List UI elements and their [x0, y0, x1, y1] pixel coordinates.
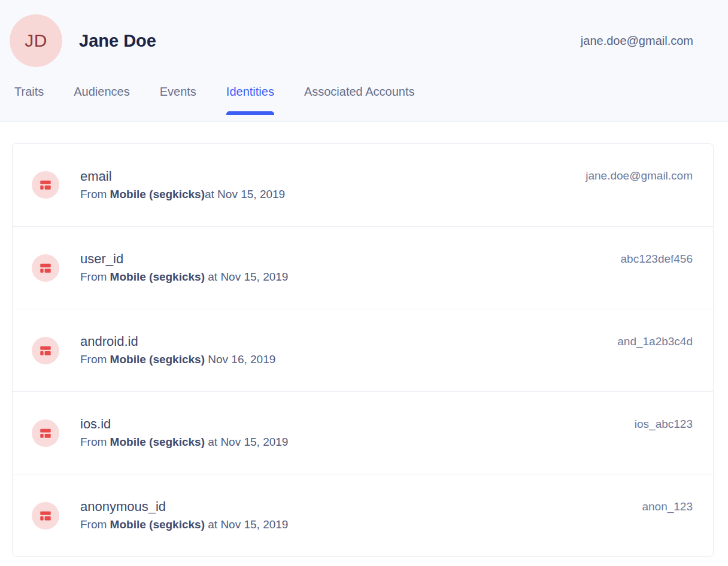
- identity-source-line: From Mobile (segkicks)at Nov 15, 2019: [80, 187, 285, 202]
- tab-traits[interactable]: Traits: [14, 85, 44, 115]
- tab-label: Traits: [14, 85, 44, 98]
- identity-name: android.id: [80, 334, 275, 349]
- identity-value: ios_abc123: [635, 416, 693, 432]
- identity-text: anonymous_id From Mobile (segkicks) at N…: [80, 499, 288, 532]
- page-title: Jane Doe: [79, 31, 156, 51]
- source-date: at Nov 15, 2019: [205, 518, 288, 531]
- source-prefix: From: [80, 188, 110, 200]
- tab-bar: TraitsAudiencesEventsIdentitiesAssociate…: [14, 85, 693, 115]
- identity-value: and_1a2b3c4d: [617, 334, 693, 349]
- source-prefix: From: [80, 270, 110, 283]
- profile-summary: JD Jane Doe jane.doe@gmail.com: [10, 14, 693, 67]
- tab-label: Identities: [226, 85, 274, 98]
- identity-source-line: From Mobile (segkicks) Nov 16, 2019: [80, 352, 275, 367]
- layout-icon: [32, 419, 59, 447]
- identity-value: anon_123: [642, 499, 693, 515]
- identity-name: user_id: [80, 251, 288, 267]
- source-date: at Nov 15, 2019: [205, 270, 288, 283]
- identity-text: email From Mobile (segkicks)at Nov 15, 2…: [80, 169, 285, 202]
- layout-icon: [32, 171, 59, 199]
- source-date: at Nov 15, 2019: [205, 436, 288, 448]
- source-prefix: From: [80, 436, 110, 448]
- source-name: Mobile (segkicks): [110, 436, 205, 448]
- layout-icon: [32, 502, 59, 530]
- source-date: at Nov 15, 2019: [205, 188, 285, 200]
- tab-events[interactable]: Events: [160, 85, 196, 115]
- identity-text: user_id From Mobile (segkicks) at Nov 15…: [80, 251, 288, 284]
- identity-source-line: From Mobile (segkicks) at Nov 15, 2019: [80, 518, 288, 532]
- identity-name: ios.id: [80, 416, 288, 432]
- identity-name: anonymous_id: [80, 499, 288, 515]
- identity-source-line: From Mobile (segkicks) at Nov 15, 2019: [80, 435, 288, 449]
- tab-identities[interactable]: Identities: [226, 85, 274, 115]
- tab-associated-accounts[interactable]: Associated Accounts: [304, 85, 415, 115]
- identity-row[interactable]: email From Mobile (segkicks)at Nov 15, 2…: [13, 144, 713, 226]
- identities-panel: email From Mobile (segkicks)at Nov 15, 2…: [0, 143, 728, 557]
- identity-value: jane.doe@gmail.com: [586, 168, 693, 184]
- tab-label: Associated Accounts: [304, 85, 415, 98]
- avatar: JD: [10, 14, 62, 67]
- identity-row[interactable]: anonymous_id From Mobile (segkicks) at N…: [13, 474, 713, 556]
- source-name: Mobile (segkicks): [110, 188, 205, 200]
- source-prefix: From: [80, 518, 110, 531]
- source-name: Mobile (segkicks): [110, 518, 205, 531]
- source-name: Mobile (segkicks): [110, 270, 205, 283]
- identity-text: android.id From Mobile (segkicks) Nov 16…: [80, 334, 275, 367]
- profile-header: JD Jane Doe jane.doe@gmail.com TraitsAud…: [0, 0, 728, 122]
- identity-row[interactable]: android.id From Mobile (segkicks) Nov 16…: [13, 309, 713, 391]
- source-prefix: From: [80, 353, 110, 366]
- identity-row[interactable]: ios.id From Mobile (segkicks) at Nov 15,…: [13, 391, 713, 474]
- identity-name: email: [80, 169, 285, 184]
- tab-label: Audiences: [74, 85, 129, 98]
- layout-icon: [32, 337, 59, 364]
- tab-audiences[interactable]: Audiences: [74, 85, 129, 115]
- avatar-initials: JD: [25, 31, 47, 51]
- tab-label: Events: [160, 85, 196, 98]
- identities-card: email From Mobile (segkicks)at Nov 15, 2…: [12, 143, 714, 557]
- source-name: Mobile (segkicks): [110, 353, 205, 366]
- source-date: Nov 16, 2019: [205, 353, 275, 366]
- profile-email: jane.doe@gmail.com: [581, 34, 693, 48]
- identity-value: abc123def456: [621, 251, 693, 267]
- identity-text: ios.id From Mobile (segkicks) at Nov 15,…: [80, 416, 288, 449]
- identity-row[interactable]: user_id From Mobile (segkicks) at Nov 15…: [13, 226, 713, 309]
- identity-source-line: From Mobile (segkicks) at Nov 15, 2019: [80, 270, 288, 284]
- layout-icon: [32, 254, 59, 282]
